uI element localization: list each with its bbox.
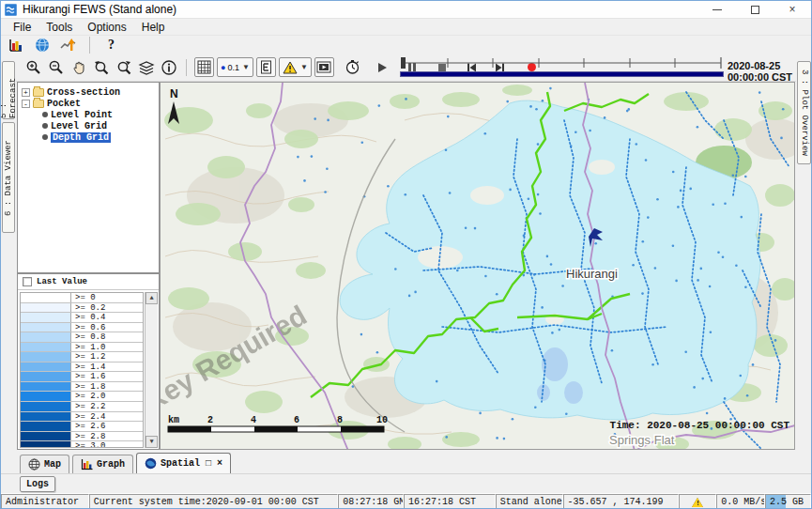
tree-node-label[interactable]: Level Point	[51, 110, 113, 120]
tree-node-pocket[interactable]: - Pocket	[18, 98, 159, 109]
legend-swatch	[21, 323, 71, 332]
zoom-previous-icon[interactable]	[91, 57, 111, 77]
marker-size-dropdown[interactable]: ● 0.1 ▼	[217, 57, 253, 77]
chart-arrow-icon[interactable]	[58, 35, 78, 54]
legend-panel: Last Value >= 0 >= 0.2 >= 0.4 >= 0.6 >= …	[17, 273, 160, 450]
tree-node-label[interactable]: Cross-section	[47, 87, 120, 98]
explorer-bars-icon[interactable]	[6, 35, 25, 54]
legend-swatch	[21, 303, 71, 313]
svg-text:4: 4	[251, 415, 256, 425]
close-button[interactable]: ×	[774, 1, 811, 18]
place-label-locality: Springs Flat	[609, 433, 675, 447]
snapshot-timer-icon[interactable]	[343, 57, 362, 77]
maximize-button[interactable]	[736, 1, 774, 18]
legend-row[interactable]: >= 1.8	[21, 382, 143, 393]
legend-row[interactable]: >= 0.8	[21, 332, 143, 343]
help-icon[interactable]: ?	[101, 35, 121, 54]
sidebar-tab-plot-overview[interactable]: 3 : Plot Overview	[797, 61, 811, 164]
timeline-slider[interactable]	[400, 55, 724, 80]
collapse-icon[interactable]: -	[22, 100, 30, 108]
tab-graph-label: Graph	[97, 459, 125, 470]
folder-icon	[33, 100, 44, 108]
legend-swatch	[21, 412, 71, 422]
svg-text:8: 8	[337, 415, 343, 425]
tree-node-label[interactable]: Pocket	[47, 99, 81, 109]
globe-icon[interactable]	[32, 35, 52, 54]
legend-row[interactable]: >= 0	[21, 293, 143, 303]
play-icon[interactable]	[373, 57, 392, 77]
warning-icon	[283, 61, 298, 74]
status-bar: Administrator Current system time:2020-0…	[1, 493, 811, 509]
legend-row[interactable]: >= 2.8	[21, 432, 143, 442]
status-coordinates: -35.657 , 174.199	[563, 494, 680, 509]
timeline-handle[interactable]	[401, 57, 406, 69]
pan-hand-icon[interactable]	[69, 57, 88, 77]
menu-bar: File Tools Options Help	[1, 19, 811, 36]
sidebar-tab-data-viewer[interactable]: 6 : Data Viewer	[2, 122, 15, 233]
legend-row[interactable]: >= 3.0	[21, 441, 143, 448]
legend-label: >= 1.4	[71, 362, 105, 372]
status-warning-cell	[679, 494, 716, 509]
legend-row[interactable]: >= 2.2	[21, 402, 143, 412]
tree-node-label[interactable]: Level Grid	[51, 121, 107, 131]
minimize-button[interactable]	[698, 1, 736, 18]
zoom-next-icon[interactable]	[114, 57, 133, 77]
tree-node-depth-grid[interactable]: Depth Grid	[18, 131, 159, 143]
zoom-in-icon[interactable]	[23, 57, 43, 77]
tab-map[interactable]: Map	[20, 455, 69, 473]
status-transfer-rate: 0.0 MB/s	[716, 494, 765, 509]
last-value-checkbox[interactable]	[23, 277, 32, 286]
tab-graph[interactable]: Graph	[72, 455, 133, 473]
scroll-up-icon[interactable]: ▲	[146, 292, 158, 304]
legend-swatch	[21, 392, 71, 401]
status-gmt-time: 08:27:18 GMT	[338, 494, 404, 509]
legend-row[interactable]: >= 2.4	[21, 412, 143, 423]
place-label-town: Hikurangi	[566, 267, 618, 281]
expand-icon[interactable]: +	[22, 88, 30, 97]
grid-display-icon[interactable]	[194, 57, 214, 77]
scroll-down-icon[interactable]: ▼	[146, 436, 158, 448]
sidebar-tab-forecast[interactable]: 5 : Forecast	[2, 61, 15, 119]
tab-maximize-icon[interactable]: □	[206, 458, 211, 469]
tree-node-level-point[interactable]: Level Point	[18, 109, 159, 120]
map-viewport[interactable]: API Key Required API Key Required	[160, 82, 795, 450]
legend-row[interactable]: >= 1.0	[21, 343, 143, 353]
legend-row[interactable]: >= 1.6	[21, 372, 143, 382]
tree-node-label-selected[interactable]: Depth Grid	[51, 132, 111, 143]
legend-label: >= 2.2	[71, 402, 105, 411]
animation-icon[interactable]	[314, 57, 334, 77]
right-tab-strip: 3 : Plot Overview	[796, 61, 812, 450]
tab-map-label: Map	[44, 459, 61, 470]
warning-dropdown[interactable]: ▼	[279, 57, 312, 77]
zoom-out-icon[interactable]	[46, 57, 66, 77]
legend-label: >= 0.4	[71, 313, 105, 322]
legend-row[interactable]: >= 0.2	[21, 303, 143, 314]
label-layer-icon[interactable]	[256, 57, 276, 77]
menu-options[interactable]: Options	[81, 20, 132, 35]
window-title: Hikurangi FEWS (Stand alone)	[23, 3, 176, 16]
legend-row[interactable]: >= 0.6	[21, 323, 143, 333]
tree-node-cross-section[interactable]: + Cross-section	[18, 86, 159, 98]
legend-scrollbar[interactable]: ▲ ▼	[145, 292, 158, 448]
wire-globe-icon	[28, 458, 40, 470]
legend-row[interactable]: >= 1.2	[21, 352, 143, 362]
svg-text:2: 2	[207, 415, 213, 425]
logs-button[interactable]: Logs	[20, 476, 55, 492]
menu-file[interactable]: File	[7, 20, 38, 35]
legend-swatch	[21, 313, 71, 322]
tab-spatial[interactable]: Spatial □ ×	[136, 453, 231, 473]
chevron-down-icon: ▼	[300, 63, 308, 71]
menu-tools[interactable]: Tools	[39, 20, 79, 35]
info-icon[interactable]	[159, 57, 178, 77]
legend-row[interactable]: >= 2.0	[21, 392, 143, 402]
legend-table: >= 0 >= 0.2 >= 0.4 >= 0.6 >= 0.8 >= 1.0 …	[20, 292, 144, 448]
tab-spatial-label: Spatial	[161, 458, 200, 469]
tab-close-icon[interactable]: ×	[217, 458, 222, 469]
legend-row[interactable]: >= 1.4	[21, 362, 143, 373]
app-window: Hikurangi FEWS (Stand alone) × File Tool…	[0, 0, 812, 509]
legend-row[interactable]: >= 0.4	[21, 313, 143, 323]
tree-node-level-grid[interactable]: Level Grid	[18, 120, 159, 131]
menu-help[interactable]: Help	[135, 20, 172, 35]
legend-row[interactable]: >= 2.6	[21, 422, 143, 432]
layers-icon[interactable]	[136, 57, 156, 77]
